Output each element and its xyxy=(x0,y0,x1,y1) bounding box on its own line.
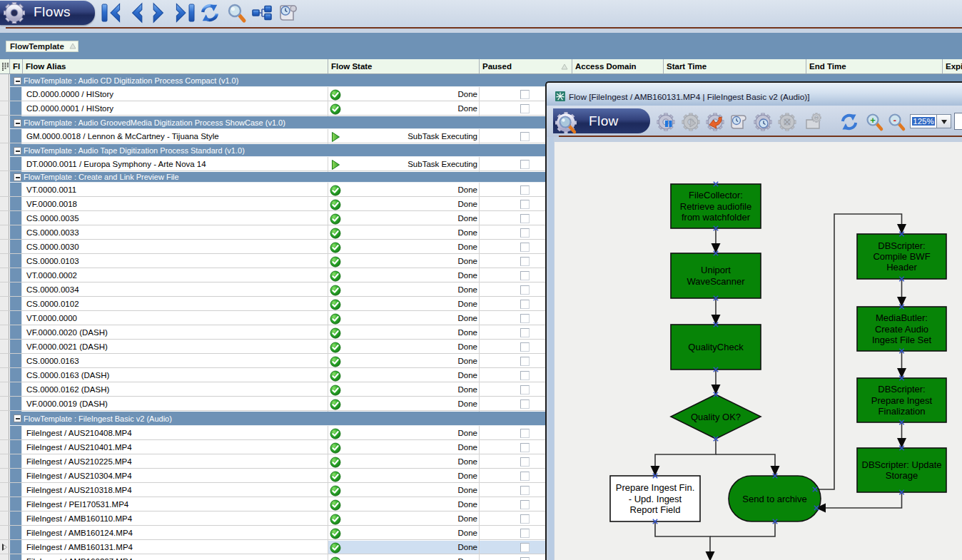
svg-text:QualityCheck: QualityCheck xyxy=(688,342,744,352)
svg-text:DBScripter:: DBScripter: xyxy=(878,384,925,394)
svg-text:FileCollector:: FileCollector: xyxy=(689,190,743,200)
svg-text:WaveScanner: WaveScanner xyxy=(687,276,745,287)
svg-text:Compile BWF: Compile BWF xyxy=(873,251,930,262)
svg-text:+: + xyxy=(870,115,876,126)
svg-text:Ingest File Set: Ingest File Set xyxy=(872,335,931,345)
svg-text:from watchfolder: from watchfolder xyxy=(682,212,751,223)
svg-text:Prepare Ingest Fin.: Prepare Ingest Fin. xyxy=(616,482,695,493)
svg-text:Create Audio: Create Audio xyxy=(875,324,928,335)
svg-text:Uniport: Uniport xyxy=(701,265,731,275)
svg-text:Prepare Ingest: Prepare Ingest xyxy=(871,395,933,406)
svg-text:Quality OK?: Quality OK? xyxy=(691,412,741,422)
svg-text:Storage: Storage xyxy=(886,470,918,481)
svg-text:DBScripter: Update: DBScripter: Update xyxy=(862,459,942,470)
svg-text:Finalization: Finalization xyxy=(879,406,926,417)
svg-text:-: - xyxy=(893,115,896,126)
svg-text:MediaButler:: MediaButler: xyxy=(876,312,928,323)
svg-text:Retrieve audiofile: Retrieve audiofile xyxy=(680,201,751,212)
svg-text:Report Field: Report Field xyxy=(630,504,681,515)
svg-text:- Upd. Ingest: - Upd. Ingest xyxy=(629,494,682,504)
svg-text:Send to archive: Send to archive xyxy=(742,494,806,504)
svg-text:DBScripter:: DBScripter: xyxy=(878,240,925,251)
svg-text:Header: Header xyxy=(886,262,917,273)
